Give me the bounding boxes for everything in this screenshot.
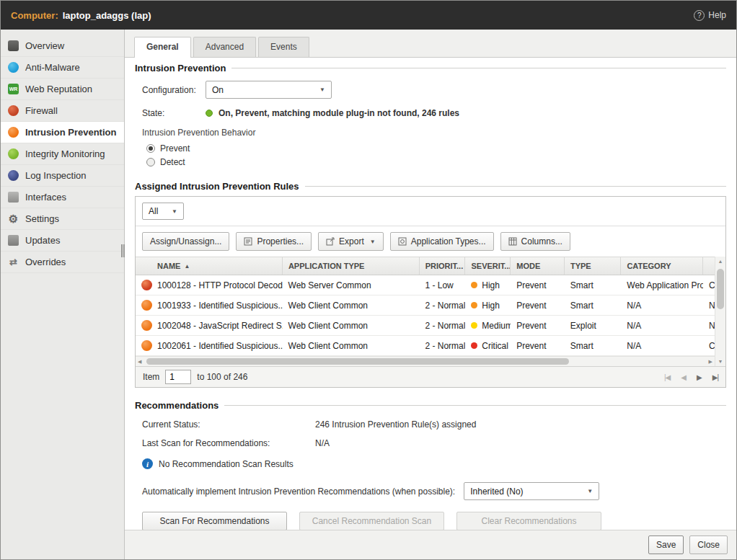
section-divider: [305, 186, 726, 187]
button-label: Application Types...: [411, 236, 486, 246]
vertical-scroll-thumb[interactable]: [717, 269, 724, 309]
column-header-mode[interactable]: MODE: [511, 257, 565, 275]
rule-overflow: C: [709, 341, 715, 351]
table-row[interactable]: 1002048 - JavaScript Redirect S... Web C…: [136, 316, 715, 336]
item-number-input[interactable]: [165, 370, 191, 384]
behavior-label: Intrusion Prevention Behavior: [142, 128, 726, 138]
no-results-row: No Recommendation Scan Results: [142, 458, 726, 469]
scroll-right-icon[interactable]: ▶: [709, 359, 712, 365]
vertical-scrollbar[interactable]: ▲ ▼: [715, 257, 725, 366]
auto-implement-label: Automatically implement Intrusion Preven…: [142, 486, 455, 497]
auto-implement-dropdown[interactable]: Inherited (No) ▼: [464, 482, 599, 500]
sidebar-item-log-inspection[interactable]: Log Inspection: [1, 165, 124, 187]
state-status-dot-icon: [206, 110, 213, 117]
configuration-dropdown[interactable]: On ▼: [206, 81, 332, 99]
sidebar-item-integrity-monitoring[interactable]: Integrity Monitoring: [1, 143, 124, 165]
rule-priority: 2 - Normal: [425, 321, 465, 331]
sidebar-item-web-reputation[interactable]: Web Reputation: [1, 79, 124, 100]
state-row: State: On, Prevent, matching module plug…: [142, 108, 726, 118]
firewall-icon: [8, 105, 19, 116]
rules-table: NAME ▲ APPLICATION TYPE PRIORIT... SEVER…: [136, 257, 725, 366]
assign-unassign-button[interactable]: Assign/Unassign...: [142, 232, 229, 251]
sidebar-item-intrusion-prevention[interactable]: Intrusion Prevention: [1, 122, 124, 143]
close-button[interactable]: Close: [689, 535, 728, 554]
prev-page-button[interactable]: ◀: [681, 373, 686, 381]
detect-radio[interactable]: [146, 158, 155, 166]
detect-radio-row[interactable]: Detect: [146, 157, 726, 167]
computer-editor-window: Computer: laptop_adaggs (lap) Help Overv…: [0, 0, 737, 560]
table-row[interactable]: 1000128 - HTTP Protocol Decod... Web Ser…: [136, 275, 715, 295]
severity-dot-icon: [471, 322, 477, 329]
columns-button[interactable]: Columns...: [500, 232, 570, 251]
tab-events[interactable]: Events: [258, 37, 309, 57]
clear-recommendations-button: Clear Recommendations: [456, 512, 601, 530]
rule-severity: High: [482, 280, 500, 290]
horizontal-scroll-thumb[interactable]: [146, 358, 569, 365]
tab-label: Advanced: [206, 42, 244, 52]
export-button[interactable]: Export ▼: [318, 232, 384, 251]
severity-dot-icon: [471, 302, 477, 308]
rule-mode: Prevent: [516, 341, 546, 351]
prevent-radio-row[interactable]: Prevent: [146, 143, 726, 154]
table-row[interactable]: 1001933 - Identified Suspicious... Web C…: [136, 295, 715, 316]
rule-mode: Prevent: [516, 280, 546, 290]
sort-asc-icon: ▲: [184, 263, 190, 270]
rule-name: 1000128 - HTTP Protocol Decod...: [157, 280, 283, 290]
computer-label: Computer:: [11, 10, 58, 21]
next-page-button[interactable]: ▶: [697, 373, 702, 381]
sidebar-item-label: Settings: [25, 213, 59, 224]
rules-table-header: NAME ▲ APPLICATION TYPE PRIORIT... SEVER…: [136, 257, 715, 275]
sidebar-item-updates[interactable]: Updates: [1, 230, 124, 252]
button-label: Save: [656, 540, 676, 550]
application-types-button[interactable]: Application Types...: [390, 232, 494, 251]
scroll-left-icon[interactable]: ◀: [138, 359, 141, 365]
rule-priority: 1 - Low: [425, 280, 453, 290]
help-button[interactable]: Help: [694, 10, 726, 21]
table-row[interactable]: 1002061 - Identified Suspicious... Web C…: [136, 336, 715, 356]
column-header-name[interactable]: NAME ▲: [136, 257, 283, 275]
sidebar-item-settings[interactable]: Settings: [1, 208, 124, 230]
sidebar-item-label: Interfaces: [25, 192, 66, 203]
save-button[interactable]: Save: [648, 535, 684, 554]
scroll-down-icon[interactable]: ▼: [718, 359, 723, 364]
severity-dot-icon: [471, 282, 477, 288]
column-header-priority[interactable]: PRIORIT...: [420, 257, 466, 275]
rule-severity: Medium: [482, 321, 511, 331]
tab-advanced[interactable]: Advanced: [193, 37, 256, 57]
scroll-up-icon[interactable]: ▲: [718, 259, 723, 264]
horizontal-scrollbar[interactable]: ◀ ▶: [136, 356, 715, 366]
sidebar-item-label: Web Reputation: [25, 84, 92, 94]
sidebar-item-firewall[interactable]: Firewall: [1, 100, 124, 122]
sidebar-resize-handle[interactable]: [121, 244, 125, 257]
sidebar-item-anti-malware[interactable]: Anti-Malware: [1, 57, 124, 79]
last-page-button[interactable]: ▶|: [712, 373, 718, 381]
prevent-radio[interactable]: [146, 144, 155, 153]
rule-icon: [141, 340, 152, 351]
first-page-button[interactable]: |◀: [664, 373, 670, 381]
sidebar-item-interfaces[interactable]: Interfaces: [1, 187, 124, 208]
column-header-application-type[interactable]: APPLICATION TYPE: [283, 257, 420, 275]
section-divider: [224, 405, 726, 406]
column-header-category[interactable]: CATEGORY: [621, 257, 703, 275]
sidebar-item-label: Firewall: [25, 105, 58, 116]
sidebar-item-overrides[interactable]: Overrides: [1, 252, 124, 273]
column-header-type[interactable]: TYPE: [565, 257, 621, 275]
sidebar-item-overview[interactable]: Overview: [1, 35, 124, 57]
rule-app-type: Web Client Common: [288, 301, 368, 311]
rule-type: Smart: [570, 301, 593, 311]
severity-dot-icon: [471, 342, 477, 349]
properties-button[interactable]: Properties...: [236, 232, 312, 251]
current-status-label: Current Status:: [142, 419, 315, 430]
log-inspection-icon: [8, 170, 19, 181]
column-header-severity[interactable]: SEVERIT...: [465, 257, 511, 275]
rules-filter-value: All: [149, 206, 158, 216]
detect-radio-label: Detect: [160, 157, 185, 167]
section-title: Intrusion Prevention: [135, 63, 226, 74]
rule-icon: [141, 320, 152, 331]
tab-general[interactable]: General: [134, 37, 191, 58]
rules-filter-dropdown[interactable]: All ▼: [142, 203, 184, 220]
scan-for-recommendations-button[interactable]: Scan For Recommendations: [142, 512, 287, 530]
rule-app-type: Web Client Common: [288, 341, 368, 351]
sidebar-item-label: Integrity Monitoring: [25, 148, 105, 159]
integrity-monitoring-icon: [8, 148, 19, 159]
